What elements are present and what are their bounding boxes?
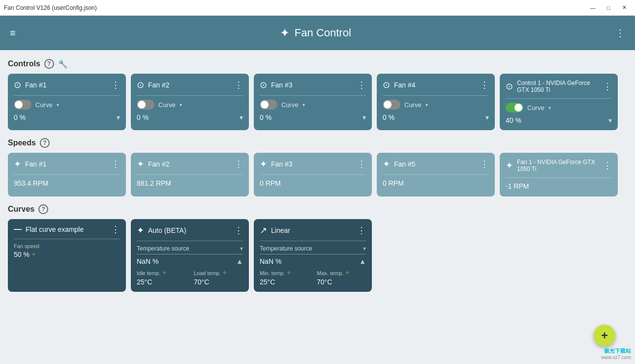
dropdown-arrow[interactable]: ▾	[425, 102, 428, 108]
toggle-knob	[138, 101, 146, 109]
maximize-button[interactable]: □	[602, 3, 615, 13]
nan-row: NaN % ▲	[260, 257, 366, 265]
close-button[interactable]: ✕	[617, 3, 631, 13]
source-dropdown-arrow[interactable]: ▾	[363, 245, 366, 252]
idle-temp-field: Idle temp. + 25°C	[137, 268, 186, 286]
temp-row: Idle temp. + 25°C Load temp. + 70°C	[137, 268, 243, 286]
speeds-row: ✦ Fan #1 ⋮ 953.4 RPM ✦ Fan #2 ⋮ 881.2 RP…	[8, 153, 627, 196]
watermark: 极光下载站 www.xz7.com	[601, 347, 631, 360]
min-temp-label: Min. temp. +	[260, 268, 309, 277]
controls-section-header: Controls ? 🔧	[8, 59, 627, 69]
speedometer-icon: ⊙	[383, 80, 390, 90]
control-card-fan1: ⊙ Fan #1 ⋮ Curve ▾ 0 % ▾	[8, 74, 126, 130]
add-fab[interactable]: +	[594, 325, 615, 346]
watermark-url: www.xz7.com	[601, 355, 631, 360]
fan-icon: ✦	[280, 26, 290, 40]
expand-icon[interactable]: ▾	[608, 116, 612, 124]
card-more-icon[interactable]: ⋮	[603, 161, 612, 170]
min-temp-field: Min. temp. + 25°C	[260, 268, 309, 286]
card-divider	[260, 95, 366, 96]
expand-icon[interactable]: ▾	[363, 113, 366, 121]
card-more-icon[interactable]: ⋮	[111, 160, 120, 168]
speedometer-icon: ⊙	[506, 81, 513, 92]
toggle-switch[interactable]	[383, 100, 400, 110]
temp-row: Min. temp. + 25°C Max. temp. + 70°C	[260, 268, 366, 286]
percent-value: 40 %	[506, 116, 521, 124]
chevron-up-icon[interactable]: ▲	[359, 257, 366, 265]
speeds-help-icon[interactable]: ?	[40, 138, 50, 148]
plus-icon[interactable]: +	[31, 250, 36, 259]
card-more-icon[interactable]: ⋮	[357, 81, 366, 89]
min-plus-icon[interactable]: +	[286, 268, 291, 277]
max-plus-icon[interactable]: +	[345, 268, 349, 277]
card-title: Flat curve example	[26, 225, 84, 233]
toggle-switch[interactable]	[14, 100, 31, 110]
main-content: Controls ? 🔧 ⊙ Fan #1 ⋮ Curve ▾ 0	[0, 50, 635, 364]
card-title-group: ✦ Fan 1 - NVIDIA GeForce GTX 1050 Ti	[506, 159, 603, 172]
speed-card-fan5: ✦ Fan #5 ⋮ 0 RPM	[377, 153, 495, 196]
card-title: Linear	[271, 226, 290, 234]
dropdown-arrow[interactable]: ▾	[180, 102, 182, 108]
dropdown-arrow[interactable]: ▾	[57, 102, 59, 108]
toggle-switch[interactable]	[506, 103, 523, 112]
card-more-icon[interactable]: ⋮	[480, 81, 489, 89]
rpm-value: 881.2 RPM	[137, 179, 171, 187]
expand-icon[interactable]: ▾	[240, 113, 243, 121]
idle-plus-icon[interactable]: +	[162, 268, 166, 277]
card-more-icon[interactable]: ⋮	[111, 81, 120, 89]
window-title: Fan Control V126 (userConfig.json)	[4, 4, 97, 11]
nan-value: NaN %	[137, 257, 158, 265]
header-more-icon[interactable]: ⋮	[615, 27, 625, 39]
title-bar: Fan Control V126 (userConfig.json) — □ ✕	[0, 0, 635, 16]
percent-value: 0 %	[137, 113, 149, 121]
hamburger-icon[interactable]: ≡	[10, 28, 16, 38]
curves-row: — Flat curve example ⋮ Fan speed 50 % + …	[8, 219, 627, 292]
dropdown-arrow[interactable]: ▾	[302, 102, 305, 108]
card-divider	[506, 177, 612, 178]
speeds-title: Speeds	[8, 139, 36, 147]
wrench-icon[interactable]: 🔧	[58, 59, 68, 69]
card-divider	[137, 241, 243, 241]
speed-card-fan3: ✦ Fan #3 ⋮ 0 RPM	[254, 153, 372, 196]
toggle-knob	[261, 101, 269, 109]
app-header: ≡ ✦ Fan Control ⋮	[0, 16, 635, 50]
expand-icon[interactable]: ▾	[485, 113, 489, 121]
control-card-fan2: ⊙ Fan #2 ⋮ Curve ▾ 0 % ▾	[131, 74, 249, 130]
header-left: ≡	[10, 28, 16, 38]
percent-value: 0 %	[14, 113, 26, 121]
card-header: ✦ Fan #3 ⋮	[260, 159, 366, 169]
card-more-icon[interactable]: ⋮	[234, 160, 243, 168]
card-more-icon[interactable]: ⋮	[357, 226, 366, 235]
temp-source-row[interactable]: Temperature source ▾	[137, 245, 243, 254]
card-more-icon[interactable]: ⋮	[603, 82, 612, 91]
temp-source-row[interactable]: Temperature source ▾	[260, 245, 366, 254]
card-title: Fan #2	[148, 160, 170, 168]
controls-help-icon[interactable]: ?	[44, 59, 54, 69]
speeds-section-header: Speeds ?	[8, 138, 627, 148]
toggle-switch[interactable]	[260, 100, 277, 110]
card-more-icon[interactable]: ⋮	[480, 160, 489, 168]
source-dropdown-arrow[interactable]: ▾	[240, 245, 243, 252]
curves-help-icon[interactable]: ?	[38, 204, 48, 214]
card-more-icon[interactable]: ⋮	[234, 81, 243, 89]
minimize-button[interactable]: —	[586, 3, 600, 13]
dropdown-text: Curve	[281, 101, 299, 109]
card-divider	[383, 95, 489, 96]
nan-value: NaN %	[260, 257, 281, 265]
expand-icon[interactable]: ▾	[117, 113, 120, 121]
card-title-group: ✦ Fan #2	[137, 159, 170, 169]
card-more-icon[interactable]: ⋮	[357, 160, 366, 168]
toggle-knob	[15, 101, 23, 109]
chevron-up-icon[interactable]: ▲	[236, 257, 243, 265]
speedometer-icon: ⊙	[260, 80, 267, 90]
curve-card-auto: ✦ Auto (BETA) ⋮ Temperature source ▾ NaN…	[131, 219, 249, 292]
load-plus-icon[interactable]: +	[222, 268, 227, 277]
fan-speed-value: 50 %	[14, 251, 30, 258]
toggle-switch[interactable]	[137, 100, 154, 110]
card-title-group: ✦ Fan #3	[260, 159, 293, 169]
toggle-row: Curve ▾	[14, 100, 120, 110]
dropdown-arrow[interactable]: ▾	[548, 105, 551, 111]
fan-blade-icon: ✦	[383, 159, 390, 169]
card-more-icon[interactable]: ⋮	[111, 225, 120, 234]
card-more-icon[interactable]: ⋮	[234, 226, 243, 235]
